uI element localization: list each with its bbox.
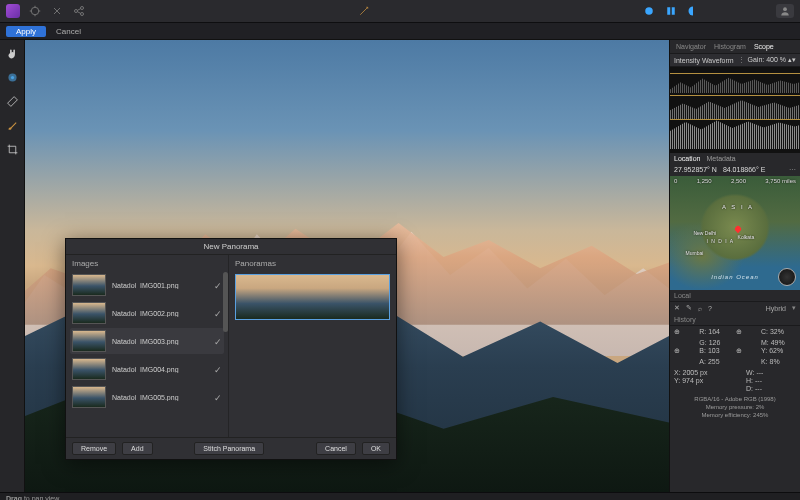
svg-point-2 bbox=[81, 7, 84, 10]
tab-history[interactable]: History bbox=[674, 316, 696, 323]
check-icon[interactable]: ✓ bbox=[214, 365, 222, 373]
document-canvas[interactable]: New Panorama Images Natadol_IMG001.png✓ … bbox=[25, 40, 669, 492]
help-icon[interactable]: ? bbox=[708, 305, 712, 312]
target-icon[interactable]: ⊕ bbox=[674, 347, 684, 357]
map-type-select[interactable]: Hybrid bbox=[766, 305, 786, 312]
panoramas-header: Panoramas bbox=[229, 255, 396, 272]
map-view[interactable]: 01,2502,5003,750 miles A S I A I N D I A… bbox=[670, 176, 800, 290]
gain-value[interactable]: 400 % bbox=[766, 56, 786, 63]
chevron-down-icon[interactable]: ▾ bbox=[792, 304, 796, 312]
new-panorama-dialog: New Panorama Images Natadol_IMG001.png✓ … bbox=[65, 238, 397, 460]
local-label: Local bbox=[670, 290, 800, 301]
svg-point-4 bbox=[645, 7, 653, 15]
panel-tabs: Navigator Histogram Scope bbox=[670, 40, 800, 54]
extensions-icon[interactable] bbox=[28, 4, 42, 18]
images-list[interactable]: Natadol_IMG001.png✓ Natadol_IMG002.png✓ … bbox=[66, 272, 228, 437]
tab-scope[interactable]: Scope bbox=[754, 43, 774, 50]
waveform-scope bbox=[670, 67, 800, 153]
svg-point-1 bbox=[75, 10, 78, 13]
persona-liquify-icon[interactable] bbox=[664, 4, 678, 18]
eyedropper-icon[interactable]: ⊕ bbox=[736, 328, 746, 338]
target-icon[interactable]: ⊕ bbox=[736, 347, 746, 357]
latitude: 27.952857° N bbox=[674, 166, 717, 174]
thumbnail bbox=[72, 358, 106, 380]
eyedropper-icon[interactable]: ⊕ bbox=[674, 328, 684, 338]
cancel-button[interactable]: Cancel bbox=[56, 27, 81, 36]
ruler-tool-icon[interactable] bbox=[5, 94, 19, 108]
stitch-panorama-button[interactable]: Stitch Panorama bbox=[194, 442, 264, 455]
link-icon[interactable] bbox=[50, 4, 64, 18]
share-icon[interactable] bbox=[72, 4, 86, 18]
tab-location[interactable]: Location bbox=[674, 155, 700, 162]
dialog-title: New Panorama bbox=[66, 239, 396, 255]
scrollbar[interactable] bbox=[223, 272, 228, 437]
brush-tool-icon[interactable] bbox=[5, 118, 19, 132]
wand-tool-icon[interactable] bbox=[5, 70, 19, 84]
gain-stepper-icon[interactable]: ▴▾ bbox=[788, 56, 796, 63]
image-row[interactable]: Natadol_IMG002.png✓ bbox=[70, 300, 224, 326]
tab-navigator[interactable]: Navigator bbox=[676, 43, 706, 50]
tool-column bbox=[0, 40, 25, 492]
thumbnail bbox=[72, 386, 106, 408]
scope-header: Intensity Waveform ⋮ Gain: 400 % ▴▾ bbox=[670, 54, 800, 67]
position-info: X: 2005 pxW: --- Y: 974 pxH: --- D: --- bbox=[670, 367, 800, 394]
dialog-footer: Remove Add Stitch Panorama Cancel OK bbox=[66, 437, 396, 459]
account-button[interactable] bbox=[776, 4, 794, 18]
image-row[interactable]: Natadol_IMG003.png✓ bbox=[70, 328, 224, 354]
image-row[interactable]: Natadol_IMG005.png✓ bbox=[70, 384, 224, 410]
center-tool-icon[interactable] bbox=[357, 4, 371, 18]
image-row[interactable]: Natadol_IMG001.png✓ bbox=[70, 272, 224, 298]
check-icon[interactable]: ✓ bbox=[214, 393, 222, 401]
svg-point-3 bbox=[81, 13, 84, 16]
check-icon[interactable]: ✓ bbox=[214, 337, 222, 345]
wand-icon[interactable]: ✎ bbox=[686, 304, 692, 312]
svg-point-0 bbox=[31, 7, 39, 15]
scope-mode[interactable]: Intensity Waveform bbox=[674, 57, 734, 64]
location-menu-icon[interactable]: ⋯ bbox=[789, 166, 796, 174]
apply-button[interactable]: Apply bbox=[6, 26, 46, 37]
image-row[interactable]: Natadol_IMG004.png✓ bbox=[70, 356, 224, 382]
persona-develop-icon[interactable] bbox=[686, 4, 700, 18]
tab-histogram[interactable]: Histogram bbox=[714, 43, 746, 50]
bottom-toolrow: ✕ ✎ ⌕ ? Hybrid ▾ bbox=[670, 301, 800, 314]
scope-options-icon[interactable]: ⋮ bbox=[738, 56, 745, 64]
status-bar: Drag Drag to pan view.to pan view. bbox=[0, 492, 800, 500]
svg-point-7 bbox=[10, 75, 13, 78]
close-icon[interactable]: ✕ bbox=[674, 304, 680, 312]
map-scale: 01,2502,5003,750 miles bbox=[674, 178, 796, 188]
remove-button[interactable]: Remove bbox=[72, 442, 116, 455]
check-icon[interactable]: ✓ bbox=[214, 281, 222, 289]
scrollbar-thumb[interactable] bbox=[223, 272, 228, 332]
search-icon[interactable]: ⌕ bbox=[698, 305, 702, 312]
thumbnail bbox=[72, 302, 106, 324]
check-icon[interactable]: ✓ bbox=[214, 309, 222, 317]
tab-metadata[interactable]: Metadata bbox=[706, 155, 735, 162]
panorama-preview[interactable] bbox=[235, 274, 390, 320]
studio-panel: Navigator Histogram Scope Intensity Wave… bbox=[669, 40, 800, 492]
persona-photo-icon[interactable] bbox=[642, 4, 656, 18]
doc-meta: RGBA/16 - Adobe RGB (1998) Memory pressu… bbox=[670, 394, 800, 421]
longitude: 84.018866° E bbox=[723, 166, 766, 174]
svg-point-5 bbox=[783, 7, 787, 11]
hand-tool-icon[interactable] bbox=[5, 46, 19, 60]
dialog-cancel-button[interactable]: Cancel bbox=[316, 442, 356, 455]
dialog-ok-button[interactable]: OK bbox=[362, 442, 390, 455]
crop-tool-icon[interactable] bbox=[5, 142, 19, 156]
images-header: Images bbox=[66, 255, 228, 272]
add-button[interactable]: Add bbox=[122, 442, 152, 455]
thumbnail bbox=[72, 330, 106, 352]
app-icon bbox=[6, 4, 20, 18]
title-bar bbox=[0, 0, 800, 23]
action-bar: Apply Cancel bbox=[0, 23, 800, 40]
compass-icon[interactable] bbox=[778, 268, 796, 286]
location-tabs: Location Metadata bbox=[670, 153, 800, 164]
thumbnail bbox=[72, 274, 106, 296]
color-info: ⊕ R: 164 ⊕ C: 32% G: 126 M: 49% ⊕ B: 103… bbox=[670, 326, 800, 367]
